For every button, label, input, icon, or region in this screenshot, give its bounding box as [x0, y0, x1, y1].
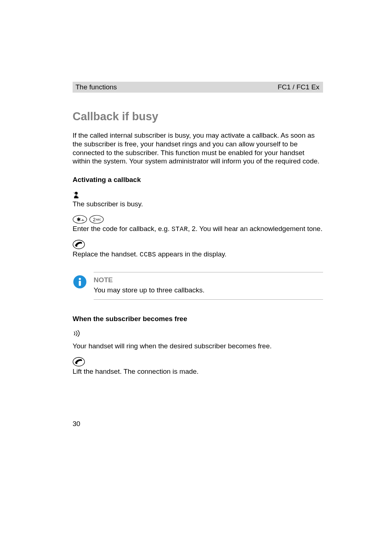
ringing-icon	[73, 330, 81, 337]
section-title: Callback if busy	[73, 110, 323, 123]
handset-icon	[73, 240, 85, 249]
svg-point-12	[73, 357, 85, 366]
handset-icon	[73, 357, 85, 366]
note-label: NOTE	[94, 276, 323, 284]
note-text: You may store up to three callbacks.	[94, 286, 323, 294]
code-star: STAR	[172, 226, 188, 233]
document-page: The functions FC1 / FC1 Ex Callback if b…	[0, 0, 392, 555]
svg-text:✱: ✱	[77, 216, 81, 222]
step-enter-code-text: Enter the code for callback, e.g. STAR, …	[73, 224, 323, 234]
step-enter-code: ✱ 2 ABC Enter the code for callback, e.g…	[73, 215, 323, 234]
step-replace-handset: Replace the handset. CCBS appears in the…	[73, 240, 323, 259]
svg-point-10	[79, 278, 81, 280]
subheading-activating: Activating a callback	[73, 176, 323, 184]
step-replace-text: Replace the handset. CCBS appears in the…	[73, 250, 323, 259]
header-right: FC1 / FC1 Ex	[278, 83, 319, 91]
step-busy-text: The subscriber is busy.	[73, 200, 323, 208]
page-header: The functions FC1 / FC1 Ex	[73, 82, 323, 93]
note-box: NOTE You may store up to three callbacks…	[94, 272, 323, 300]
step-lift-text: Lift the handset. The connection is made…	[73, 367, 323, 376]
step-ringing: Your handset will ring when the desired …	[73, 330, 323, 351]
svg-rect-11	[79, 281, 81, 286]
intro-paragraph: If the called internal subscriber is bus…	[73, 131, 323, 166]
page-number: 30	[73, 420, 80, 428]
subheading-free: When the subscriber becomes free	[73, 315, 323, 323]
person-busy-icon	[73, 191, 80, 199]
star-key-icon: ✱	[73, 215, 87, 224]
step-lift-handset: Lift the handset. The connection is made…	[73, 357, 323, 376]
step-busy: The subscriber is busy.	[73, 191, 323, 208]
header-left: The functions	[75, 83, 117, 91]
svg-text:2: 2	[93, 217, 95, 222]
info-icon	[73, 275, 87, 289]
code-ccbs: CCBS	[140, 251, 156, 258]
step-ringing-text: Your handset will ring when the desired …	[73, 342, 323, 351]
svg-text:ABC: ABC	[96, 218, 101, 221]
two-key-icon: 2 ABC	[89, 215, 104, 224]
svg-point-8	[73, 240, 85, 249]
